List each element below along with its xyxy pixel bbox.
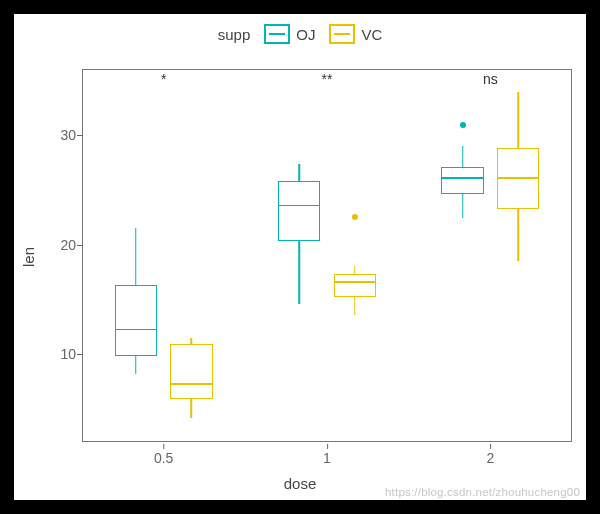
whisker (298, 241, 300, 304)
whisker (354, 266, 356, 274)
box (441, 167, 483, 194)
legend-title: supp (218, 26, 251, 43)
whisker (191, 399, 193, 418)
significance-label: ** (322, 71, 333, 87)
median-line (116, 329, 156, 331)
median-line (335, 281, 375, 283)
watermark-text: https://blog.csdn.net/zhouhucheng00 (385, 486, 580, 498)
box (278, 181, 320, 241)
median-line (279, 205, 319, 207)
y-tick: 10 (42, 346, 76, 362)
legend: supp OJ VC (14, 24, 586, 44)
whisker (135, 228, 137, 285)
whisker (135, 356, 137, 374)
outlier-point (352, 214, 358, 220)
whisker (354, 297, 356, 315)
y-tick: 20 (42, 237, 76, 253)
legend-swatch-oj (264, 24, 290, 44)
whisker (517, 92, 519, 148)
box (115, 285, 157, 356)
median-line (171, 383, 211, 385)
panel-border (82, 69, 572, 442)
whisker (298, 164, 300, 180)
legend-label-vc: VC (361, 26, 382, 43)
y-axis-title: len (20, 247, 37, 267)
median-line (442, 177, 482, 179)
chart-frame: supp OJ VC len dose 1020300.512***ns htt… (0, 0, 600, 514)
legend-swatch-vc (329, 24, 355, 44)
chart-inner: supp OJ VC len dose 1020300.512***ns htt… (14, 14, 586, 500)
whisker (462, 194, 464, 218)
y-tick: 30 (42, 127, 76, 143)
box (497, 148, 539, 209)
significance-label: ns (483, 71, 498, 87)
outlier-point (460, 122, 466, 128)
legend-label-oj: OJ (296, 26, 315, 43)
whisker (191, 338, 193, 345)
whisker (462, 146, 464, 167)
box (170, 344, 212, 399)
whisker (517, 209, 519, 261)
median-line (498, 177, 538, 179)
significance-label: * (161, 71, 166, 87)
x-tick: 2 (486, 450, 494, 466)
box (334, 274, 376, 297)
x-tick: 1 (323, 450, 331, 466)
plot-panel: 1020300.512***ns (82, 69, 572, 442)
x-tick: 0.5 (154, 450, 173, 466)
